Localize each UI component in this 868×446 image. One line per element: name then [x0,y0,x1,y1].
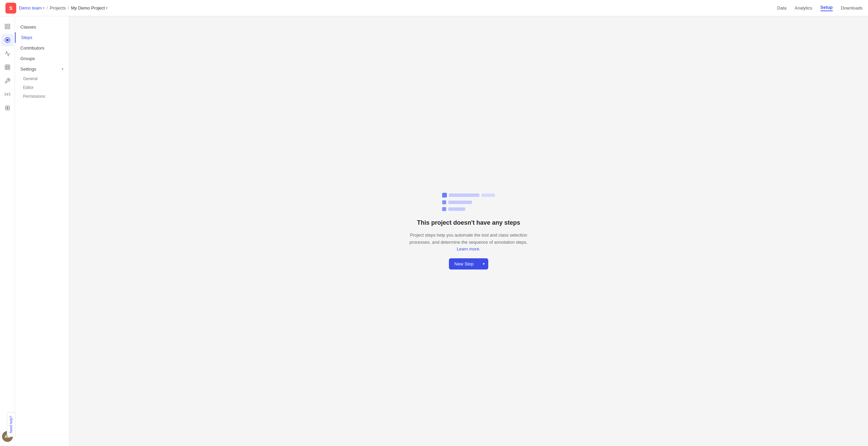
sidebar-icon-dashboard[interactable] [1,20,14,33]
learn-more-link[interactable]: Learn more. [457,246,480,252]
chevron-down-icon: ▾ [483,262,485,266]
sidebar-item-classes[interactable]: Classes [15,22,69,32]
breadcrumb-projects[interactable]: Projects [50,5,66,11]
breadcrumb-project[interactable]: My Demo Project ▾ [71,5,107,11]
sidebar-item-settings[interactable]: Settings ▾ [15,64,69,74]
illus-row-3 [442,207,495,211]
sidebar-item-permissions[interactable]: Permissions [15,92,69,101]
breadcrumb: Demo team ▾ / Projects / My Demo Project… [19,5,107,11]
svg-rect-0 [5,24,7,26]
illus-bar-3 [448,201,472,204]
sidebar-icon-analytics[interactable] [1,48,14,60]
illus-row-2 [442,200,495,204]
new-step-main-button[interactable]: New Step [449,258,479,270]
nav-setup[interactable]: Setup [821,5,833,11]
breadcrumb-separator-2: / [68,5,69,11]
svg-rect-2 [5,27,7,29]
need-help-button[interactable]: Need help? [7,412,15,437]
sidebar-icon-apps[interactable] [1,102,14,114]
breadcrumb-separator: / [46,5,48,11]
text-sidebar: Classes Steps Contributors Groups Settin… [15,16,69,446]
nav-downloads[interactable]: Downloads [841,5,863,11]
sidebar-item-contributors[interactable]: Contributors [15,43,69,53]
illus-bar-1 [449,193,479,197]
project-chevron-icon: ▾ [106,6,107,10]
nav-left: S Demo team ▾ / Projects / My Demo Proje… [5,3,107,14]
illus-dot-2 [442,200,446,204]
illus-bar-2 [481,193,495,197]
team-chevron-icon: ▾ [43,6,44,10]
sidebar-item-editor[interactable]: Editor [15,83,69,92]
nav-right: Data Analytics Setup Downloads [777,5,863,11]
top-nav: S Demo team ▾ / Projects / My Demo Proje… [0,0,868,16]
svg-point-12 [5,106,7,108]
illus-row-1 [442,193,495,198]
sidebar-icon-tools[interactable] [1,75,14,87]
svg-point-15 [7,108,9,110]
nav-data[interactable]: Data [777,5,786,11]
illus-dot-1 [442,193,447,198]
svg-rect-1 [8,24,9,26]
sidebar-item-groups[interactable]: Groups [15,53,69,64]
app-logo[interactable]: S [5,3,16,14]
new-step-dropdown-button[interactable]: ▾ [479,259,488,269]
svg-point-11 [6,94,8,95]
svg-point-14 [5,108,7,110]
sidebar-item-steps[interactable]: Steps [15,32,69,43]
sidebar-item-general[interactable]: General [15,74,69,83]
empty-state-description: Project steps help you automate the tool… [408,232,530,253]
illus-dot-3 [442,207,446,211]
svg-point-5 [6,39,8,41]
svg-point-13 [7,106,9,108]
sidebar-icon-grid[interactable] [1,61,14,73]
main-content: This project doesn't have any steps Proj… [69,16,868,446]
settings-chevron-icon: ▾ [62,67,63,71]
empty-state-title: This project doesn't have any steps [417,219,520,226]
nav-analytics[interactable]: Analytics [795,5,812,11]
icon-sidebar: AM [0,16,15,446]
empty-illustration [442,193,495,211]
breadcrumb-team[interactable]: Demo team ▾ [19,5,44,11]
sidebar-icon-label[interactable] [1,34,14,46]
sidebar-icon-integrations[interactable] [1,88,14,100]
empty-state: This project doesn't have any steps Proj… [408,193,530,270]
svg-rect-6 [5,65,10,70]
svg-rect-3 [8,27,9,29]
illus-bar-4 [448,207,465,211]
new-step-button-group: New Step ▾ [449,258,488,270]
